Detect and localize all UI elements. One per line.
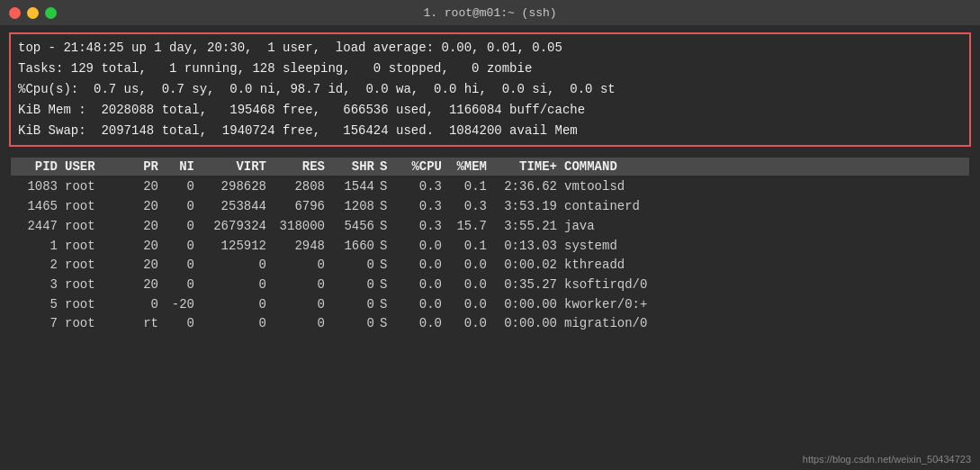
cell-cpu-0: 0.3 [398, 177, 447, 197]
header-user: USER [65, 159, 128, 174]
cell-ni-0: 0 [164, 177, 200, 197]
header-s: S [380, 159, 398, 174]
table-row: 2 root 20 0 0 0 0 S 0.0 0.0 0:00.02 kthr… [11, 256, 969, 276]
cell-pr-2: 20 [128, 217, 164, 237]
cell-ni-2: 0 [164, 217, 200, 237]
cell-pr-7: rt [128, 314, 164, 334]
cell-virt-7: 0 [200, 314, 272, 334]
terminal-body: top - 21:48:25 up 1 day, 20:30, 1 user, … [0, 25, 980, 470]
titlebar: 1. root@m01:~ (ssh) [0, 0, 980, 25]
cell-mem-3: 0.1 [447, 237, 492, 257]
cell-res-6: 0 [272, 295, 330, 315]
cell-pid-4: 2 [11, 256, 65, 276]
cell-cmd-7: migration/0 [564, 314, 969, 334]
top-line-2: Tasks: 129 total, 1 running, 128 sleepin… [18, 59, 962, 79]
cell-time-0: 2:36.62 [492, 177, 564, 197]
cell-virt-3: 125912 [200, 237, 272, 257]
cell-user-2: root [65, 217, 128, 237]
cell-ni-1: 0 [164, 197, 200, 217]
cell-shr-6: 0 [330, 295, 380, 315]
cell-mem-4: 0.0 [447, 256, 492, 276]
cell-s-3: S [380, 237, 398, 257]
cell-pid-3: 1 [11, 237, 65, 257]
cell-shr-7: 0 [330, 314, 380, 334]
minimize-button[interactable] [27, 7, 39, 19]
cell-cmd-0: vmtoolsd [564, 177, 969, 197]
cell-pr-3: 20 [128, 237, 164, 257]
cell-shr-3: 1660 [330, 237, 380, 257]
cell-time-2: 3:55.21 [492, 217, 564, 237]
cell-mem-2: 15.7 [447, 217, 492, 237]
cell-time-7: 0:00.00 [492, 314, 564, 334]
cell-shr-0: 1544 [330, 177, 380, 197]
cell-cpu-3: 0.0 [398, 237, 447, 257]
table-row: 1083 root 20 0 298628 2808 1544 S 0.3 0.… [11, 177, 969, 197]
cell-ni-4: 0 [164, 256, 200, 276]
cell-cmd-6: kworker/0:+ [564, 295, 969, 315]
cell-pr-0: 20 [128, 177, 164, 197]
cell-pr-4: 20 [128, 256, 164, 276]
header-virt: VIRT [200, 159, 272, 174]
cell-pid-2: 2447 [11, 217, 65, 237]
table-header-row: PID USER PR NI VIRT RES SHR S %CPU %MEM … [11, 158, 969, 176]
cell-pid-7: 7 [11, 314, 65, 334]
table-row: 3 root 20 0 0 0 0 S 0.0 0.0 0:35.27 ksof… [11, 276, 969, 295]
close-button[interactable] [9, 7, 21, 19]
cell-pid-5: 3 [11, 276, 65, 295]
terminal-window: 1. root@m01:~ (ssh) top - 21:48:25 up 1 … [0, 0, 980, 470]
header-pid: PID [11, 159, 65, 174]
window-title: 1. root@m01:~ (ssh) [423, 6, 556, 20]
cell-user-0: root [65, 177, 128, 197]
cell-user-3: root [65, 237, 128, 257]
table-rows: 1083 root 20 0 298628 2808 1544 S 0.3 0.… [11, 177, 969, 334]
cell-user-7: root [65, 314, 128, 334]
cell-cpu-7: 0.0 [398, 314, 447, 334]
header-time: TIME+ [492, 159, 564, 174]
cell-ni-7: 0 [164, 314, 200, 334]
top-line-4: KiB Mem : 2028088 total, 195468 free, 66… [18, 100, 962, 121]
cell-s-5: S [380, 276, 398, 295]
cell-virt-4: 0 [200, 256, 272, 276]
watermark: https://blog.csdn.net/weixin_50434723 [803, 454, 971, 465]
cell-mem-7: 0.0 [447, 314, 492, 334]
cell-cpu-2: 0.3 [398, 217, 447, 237]
table-row: 1 root 20 0 125912 2948 1660 S 0.0 0.1 0… [11, 237, 969, 257]
cell-cpu-5: 0.0 [398, 276, 447, 295]
cell-res-2: 318000 [272, 217, 330, 237]
cell-cmd-5: ksoftirqd/0 [564, 276, 969, 295]
header-shr: SHR [330, 159, 380, 174]
top-line-5: KiB Swap: 2097148 total, 1940724 free, 1… [18, 121, 962, 141]
cell-ni-6: -20 [164, 295, 200, 315]
header-mem: %MEM [447, 159, 492, 174]
process-table: PID USER PR NI VIRT RES SHR S %CPU %MEM … [9, 158, 971, 334]
top-info-box: top - 21:48:25 up 1 day, 20:30, 1 user, … [9, 32, 971, 147]
top-line-3: %Cpu(s): 0.7 us, 0.7 sy, 0.0 ni, 98.7 id… [18, 79, 962, 100]
table-row: 1465 root 20 0 253844 6796 1208 S 0.3 0.… [11, 197, 969, 217]
cell-cmd-4: kthreadd [564, 256, 969, 276]
header-res: RES [272, 159, 330, 174]
cell-mem-1: 0.3 [447, 197, 492, 217]
cell-shr-5: 0 [330, 276, 380, 295]
cell-res-4: 0 [272, 256, 330, 276]
cell-s-4: S [380, 256, 398, 276]
maximize-button[interactable] [45, 7, 57, 19]
cell-virt-0: 298628 [200, 177, 272, 197]
cell-pr-1: 20 [128, 197, 164, 217]
cell-virt-1: 253844 [200, 197, 272, 217]
cell-pr-6: 0 [128, 295, 164, 315]
cell-ni-5: 0 [164, 276, 200, 295]
cell-res-0: 2808 [272, 177, 330, 197]
cell-ni-3: 0 [164, 237, 200, 257]
cell-res-1: 6796 [272, 197, 330, 217]
cell-mem-6: 0.0 [447, 295, 492, 315]
cell-virt-2: 2679324 [200, 217, 272, 237]
header-cpu: %CPU [398, 159, 447, 174]
cell-cpu-1: 0.3 [398, 197, 447, 217]
cell-pid-1: 1465 [11, 197, 65, 217]
cell-s-6: S [380, 295, 398, 315]
cell-mem-5: 0.0 [447, 276, 492, 295]
cell-s-1: S [380, 197, 398, 217]
cell-mem-0: 0.1 [447, 177, 492, 197]
window-buttons[interactable] [9, 7, 57, 19]
table-row: 2447 root 20 0 2679324 318000 5456 S 0.3… [11, 217, 969, 237]
